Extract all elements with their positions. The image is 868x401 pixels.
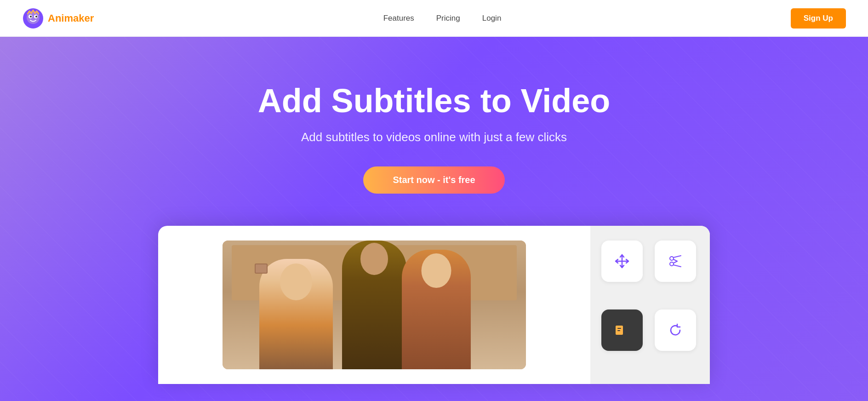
scissors-icon (667, 253, 684, 269)
svg-rect-13 (617, 328, 621, 329)
logo-text: Animaker (48, 12, 94, 24)
svg-point-4 (30, 16, 32, 17)
hero-section: Add Subtitles to Video Add subtitles to … (0, 37, 868, 401)
video-bg (223, 241, 526, 369)
nav-actions: Sign Up (791, 8, 846, 29)
svg-line-9 (674, 265, 681, 267)
person2-silhouette (342, 241, 406, 369)
move-icon (614, 253, 630, 269)
video-thumbnail (223, 241, 526, 369)
preview-video-area (158, 226, 590, 384)
person3-silhouette (402, 250, 471, 369)
svg-line-10 (674, 259, 677, 261)
person1-silhouette (259, 259, 333, 369)
nav-pricing[interactable]: Pricing (436, 14, 460, 23)
move-tool-button[interactable] (601, 241, 643, 282)
svg-line-8 (674, 256, 681, 258)
nav-links: Features Pricing Login (383, 14, 502, 23)
svg-point-5 (35, 16, 37, 17)
refresh-tool-button[interactable] (655, 309, 696, 351)
svg-point-7 (670, 262, 674, 266)
signup-button[interactable]: Sign Up (791, 8, 846, 29)
scissors-tool-button[interactable] (655, 241, 696, 282)
nav-login[interactable]: Login (482, 14, 502, 23)
svg-point-6 (670, 257, 674, 260)
svg-rect-14 (617, 330, 620, 331)
subtitle-icon (614, 322, 630, 338)
subtitle-tool-button[interactable] (601, 309, 643, 351)
hero-title: Add Subtitles to Video (258, 83, 611, 119)
refresh-icon (667, 322, 684, 338)
cta-button[interactable]: Start now - it's free (363, 166, 504, 194)
animaker-logo-icon (22, 7, 44, 29)
preview-card (158, 226, 710, 384)
navbar: Animaker Features Pricing Login Sign Up (0, 0, 868, 37)
hero-subtitle: Add subtitles to videos online with just… (301, 130, 567, 144)
tools-panel (590, 226, 710, 384)
logo[interactable]: Animaker (22, 7, 94, 29)
nav-features[interactable]: Features (383, 14, 414, 23)
svg-line-11 (674, 261, 677, 263)
